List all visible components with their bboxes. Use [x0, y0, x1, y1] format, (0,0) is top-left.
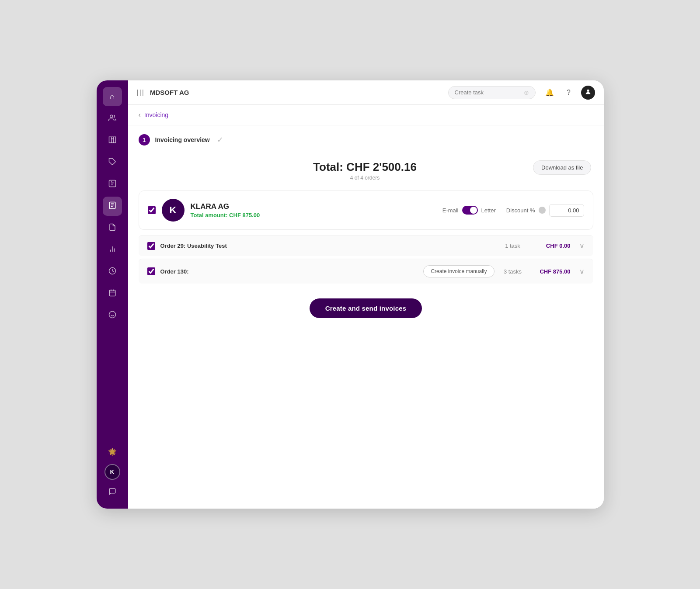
step-check-icon: ✓ [217, 135, 223, 145]
amount-value: CHF 875.00 [229, 212, 260, 218]
calendar-icon [108, 289, 116, 299]
order-29-amount: CHF 0.00 [531, 243, 571, 249]
bell-icon: 🔔 [545, 88, 554, 97]
sidebar-avatar[interactable]: K [104, 464, 120, 480]
main-action-row: Create and send invoices [128, 286, 604, 330]
help-icon: ? [567, 89, 571, 97]
total-value: Total: CHF 2'500.16 [289, 160, 440, 174]
breadcrumb: ‹ Invoicing [128, 105, 604, 125]
sidebar-item-building[interactable] [103, 131, 122, 150]
discount-label: Discount % [506, 207, 535, 214]
order-row-130: Order 130: Create invoice manually 3 tas… [139, 259, 593, 284]
clock-icon [108, 267, 116, 277]
summary-total: Total: CHF 2'500.16 4 of 4 orders [289, 160, 440, 181]
sidebar-item-chat[interactable] [103, 483, 122, 502]
download-button[interactable]: Download as file [533, 160, 591, 175]
topbar-icon-group: 🔔 ? [543, 86, 595, 100]
home-icon: ⌂ [110, 92, 115, 101]
sidebar-item-emoji[interactable]: 🌟 [103, 442, 122, 461]
svg-rect-3 [109, 180, 115, 187]
order-130-name: Order 130: [160, 268, 418, 275]
company-controls: E-mail Letter Discount % i [442, 204, 584, 217]
order-29-tasks: 1 task [500, 243, 526, 249]
sidebar-item-contact[interactable] [103, 175, 122, 194]
sidebar-item-clock[interactable] [103, 262, 122, 281]
discount-row: Discount % i [506, 204, 584, 217]
order-row-29: Order 29: Useability Test 1 task CHF 0.0… [139, 235, 593, 256]
order-130-checkbox[interactable] [147, 267, 155, 275]
order-29-name: Order 29: Useability Test [160, 243, 495, 249]
summary-area: Total: CHF 2'500.16 4 of 4 orders Downlo… [128, 150, 604, 185]
back-button[interactable]: ‹ [139, 111, 141, 119]
create-task-input[interactable] [455, 89, 520, 96]
letter-label: Letter [481, 207, 496, 214]
topbar-company-name: MDSOFT AG [150, 89, 448, 96]
company-header: K KLARA AG Total amount: CHF 875.00 E-ma… [148, 199, 584, 222]
chat-icon [108, 488, 116, 498]
sidebar-item-invoice[interactable] [103, 197, 122, 216]
svg-rect-9 [109, 290, 115, 296]
sidebar-item-chart[interactable] [103, 240, 122, 260]
breadcrumb-label[interactable]: Invoicing [144, 111, 168, 118]
user-icon [585, 88, 592, 97]
sidebar-item-home[interactable]: ⌂ [103, 87, 122, 106]
step-row: 1 Invoicing overview ✓ [128, 125, 604, 150]
order-29-expand-icon[interactable]: ∨ [579, 242, 585, 250]
company-amount-row: Total amount: CHF 875.00 [191, 212, 436, 218]
sidebar-item-doc[interactable] [103, 218, 122, 238]
contact-icon [108, 180, 116, 190]
users-icon [108, 114, 116, 124]
emoji-icon: 🌟 [108, 447, 117, 456]
notifications-button[interactable]: 🔔 [543, 86, 557, 100]
main-panel: ||| MDSOFT AG ⊕ 🔔 ? [128, 80, 604, 509]
email-letter-toggle: E-mail Letter [442, 206, 496, 215]
topbar: ||| MDSOFT AG ⊕ 🔔 ? [128, 80, 604, 105]
content-area: ‹ Invoicing 1 Invoicing overview ✓ Total… [128, 105, 604, 509]
tag-icon [108, 158, 116, 168]
company-logo: K [162, 199, 185, 222]
help-button[interactable]: ? [562, 86, 576, 100]
company-card: K KLARA AG Total amount: CHF 875.00 E-ma… [139, 191, 593, 230]
order-29-checkbox[interactable] [147, 242, 155, 250]
app-shell: ⌂ [97, 80, 604, 509]
doc-icon [108, 223, 116, 233]
order-130-expand-icon[interactable]: ∨ [579, 267, 585, 276]
amount-label: Total amount: [191, 212, 228, 218]
svg-rect-1 [109, 137, 115, 143]
invoice-icon [108, 201, 116, 211]
company-name: KLARA AG [191, 202, 436, 211]
menu-icon: ||| [137, 89, 145, 97]
discount-input[interactable] [549, 204, 584, 217]
sidebar-item-mask[interactable] [103, 306, 122, 325]
user-menu-button[interactable] [581, 86, 595, 100]
step-number: 1 [139, 134, 150, 146]
add-icon: ⊕ [524, 89, 529, 96]
sidebar-item-tag[interactable] [103, 153, 122, 172]
svg-point-0 [110, 115, 112, 118]
sidebar: ⌂ [97, 80, 128, 509]
create-invoice-manually-button[interactable]: Create invoice manually [423, 265, 494, 277]
building-icon [108, 136, 116, 146]
email-toggle[interactable] [462, 206, 478, 215]
company-checkbox[interactable] [148, 206, 156, 214]
create-task-search[interactable]: ⊕ [448, 86, 536, 99]
sidebar-item-calendar[interactable] [103, 284, 122, 303]
mask-icon [108, 311, 116, 321]
order-130-amount: CHF 875.00 [531, 268, 571, 275]
company-info: KLARA AG Total amount: CHF 875.00 [191, 202, 436, 218]
email-label: E-mail [442, 207, 459, 214]
orders-count: 4 of 4 orders [289, 175, 440, 181]
step-label: Invoicing overview [155, 136, 210, 143]
discount-info-icon: i [539, 207, 546, 214]
svg-point-15 [587, 89, 589, 91]
order-130-tasks: 3 tasks [500, 268, 526, 275]
sidebar-item-users[interactable] [103, 109, 122, 128]
create-and-send-button[interactable]: Create and send invoices [310, 298, 422, 318]
chart-icon [108, 245, 116, 255]
